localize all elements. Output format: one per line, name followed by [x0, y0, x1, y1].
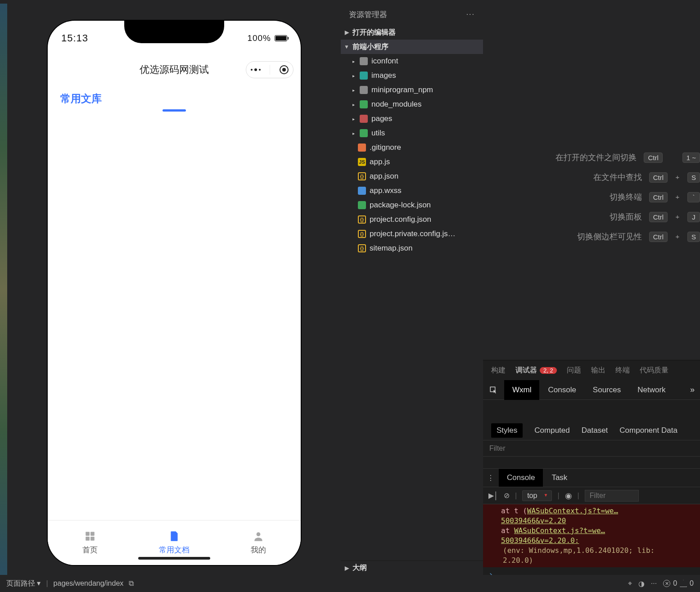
status-time: 15:13 — [61, 32, 88, 44]
ide-status-bar: 页面路径 ▾ | pages/wendang/index ⧉ ⌖ ◑ ··· ✕… — [0, 575, 700, 592]
styles-tab-component-data[interactable]: Component Data — [619, 426, 677, 435]
folder-name: miniprogram_npm — [371, 85, 483, 94]
file-row[interactable]: .gitignore — [341, 140, 483, 155]
file-icon — [358, 201, 366, 209]
simulator-pane: 15:13 100% 优选源码网测试 常用文库 — [7, 4, 341, 575]
debugger-tab-console[interactable]: Console — [540, 380, 584, 400]
styles-filter-input[interactable]: Filter — [489, 444, 506, 453]
chevron-right-icon: ▸ — [351, 73, 356, 78]
key-cap: 1 ~ — [682, 152, 700, 163]
folder-row[interactable]: ▸images — [341, 68, 483, 83]
panel-tab[interactable]: 问题 — [567, 366, 581, 375]
inspect-element-icon[interactable] — [483, 380, 504, 400]
section-label: 前端小程序 — [352, 42, 388, 52]
capsule-button[interactable] — [246, 61, 294, 78]
svg-rect-2 — [86, 537, 90, 541]
copy-icon[interactable]: ⧉ — [129, 579, 134, 588]
file-row[interactable]: {}app.json — [341, 169, 483, 184]
problems-counter[interactable]: ✕ 0 0 — [663, 579, 694, 588]
key-cap: J — [687, 212, 700, 222]
explorer-pane: 资源管理器 ··· ▶ 打开的编辑器 ▼ 前端小程序 ▸iconfont▸ima… — [341, 4, 483, 575]
section-outline[interactable]: ▶ 大纲 — [341, 561, 483, 575]
person-icon — [253, 530, 264, 542]
svg-rect-1 — [90, 532, 95, 536]
section-label: 大纲 — [352, 563, 367, 573]
console-filter-input[interactable] — [585, 490, 639, 502]
file-name: package-lock.json — [370, 201, 483, 210]
folder-row[interactable]: ▸iconfont — [341, 54, 483, 68]
tabbar-label: 常用文档 — [159, 545, 190, 555]
page-path-value[interactable]: pages/wendang/index — [54, 579, 124, 588]
ide-left-strip — [0, 4, 7, 575]
debugger-tab-wxml[interactable]: Wxml — [504, 380, 539, 400]
folder-name: iconfont — [371, 57, 483, 66]
panel-tab[interactable]: 代码质量 — [640, 366, 668, 375]
file-row[interactable]: {}project.private.config.js… — [341, 227, 483, 241]
svg-rect-0 — [86, 532, 90, 536]
key-cap: S — [687, 172, 700, 183]
console-link[interactable]: WASubContext.js?t=we…50039466&v=2.20.0: — [501, 526, 605, 545]
section-project[interactable]: ▼ 前端小程序 — [341, 40, 483, 54]
svg-point-4 — [257, 532, 261, 536]
file-row[interactable]: {}sitemap.json — [341, 241, 483, 256]
shortcut-row: 切换终端Ctrl+` — [547, 192, 700, 202]
menu-dots-icon[interactable] — [251, 68, 261, 71]
compass-icon[interactable]: ⌖ — [628, 579, 632, 588]
tabbar-item-me[interactable]: 我的 — [217, 520, 301, 565]
console-tab-console[interactable]: Console — [499, 469, 543, 487]
panel-tab[interactable]: 调试器2, 2 — [515, 366, 557, 375]
debugger-more-icon[interactable]: » — [685, 380, 700, 400]
styles-tab-styles[interactable]: Styles — [491, 423, 523, 438]
file-row[interactable]: package-lock.json — [341, 198, 483, 212]
warning-icon — [680, 580, 687, 587]
file-row[interactable]: JSapp.js — [341, 155, 483, 169]
console-play-icon[interactable]: ▶│ — [488, 491, 498, 500]
folder-name: images — [371, 71, 483, 80]
tabbar-label: 首页 — [82, 545, 98, 555]
debugger-tab-sources[interactable]: Sources — [585, 380, 629, 400]
section-label: 打开的编辑器 — [352, 28, 396, 37]
folder-row[interactable]: ▸utils — [341, 126, 483, 140]
panel-tab[interactable]: 输出 — [591, 366, 605, 375]
page-path-label[interactable]: 页面路径 ▾ — [6, 579, 41, 588]
content-tab-active[interactable]: 常用文库 — [60, 92, 102, 106]
file-icon — [358, 187, 366, 195]
panel-tab[interactable]: 终端 — [615, 366, 630, 375]
close-target-icon[interactable] — [280, 65, 289, 74]
key-cap: Ctrl — [649, 232, 668, 242]
console-toolbar: ▶│ ⊘ | top | ◉ | — [483, 487, 700, 504]
preview-eye-icon[interactable]: ◑ — [638, 579, 645, 588]
status-more-icon[interactable]: ··· — [651, 579, 657, 588]
explorer-more-icon[interactable]: ··· — [466, 10, 475, 18]
shortcut-label: 在打开的文件之间切换 — [555, 152, 637, 163]
console-scope-select[interactable]: top — [522, 490, 552, 501]
chevron-right-icon: ▸ — [351, 117, 356, 121]
chevron-right-icon: ▶ — [343, 565, 350, 571]
file-row[interactable]: app.wxss — [341, 184, 483, 198]
key-cap — [666, 152, 679, 163]
key-cap: Ctrl — [649, 172, 668, 183]
grid-icon — [84, 530, 96, 542]
eye-icon[interactable]: ◉ — [565, 491, 572, 501]
svg-rect-3 — [90, 537, 95, 541]
chevron-right-icon: ▸ — [351, 102, 356, 107]
console-tab-task[interactable]: Task — [543, 469, 575, 487]
chevron-right-icon: ▸ — [351, 59, 356, 64]
styles-tabs: Styles Computed Dataset Component Data — [483, 421, 700, 440]
console-menu-icon[interactable]: ⋮ — [483, 469, 498, 487]
console-env: (env: Windows,mp,1.06.2401020; lib: 2.20… — [501, 546, 682, 565]
folder-icon — [360, 86, 368, 94]
folder-name: pages — [371, 114, 483, 123]
folder-row[interactable]: ▸pages — [341, 112, 483, 126]
styles-tab-computed[interactable]: Computed — [534, 426, 569, 435]
section-open-editors[interactable]: ▶ 打开的编辑器 — [341, 25, 483, 40]
folder-row[interactable]: ▸miniprogram_npm — [341, 83, 483, 97]
debugger-tab-network[interactable]: Network — [629, 380, 673, 400]
file-row[interactable]: {}project.config.json — [341, 212, 483, 227]
panel-tab-badge: 2, 2 — [540, 367, 557, 374]
tabbar-item-home[interactable]: 首页 — [48, 520, 132, 565]
panel-tab[interactable]: 构建 — [491, 366, 506, 375]
console-clear-icon[interactable]: ⊘ — [504, 491, 510, 500]
styles-tab-dataset[interactable]: Dataset — [582, 426, 608, 435]
folder-row[interactable]: ▸node_modules — [341, 97, 483, 112]
